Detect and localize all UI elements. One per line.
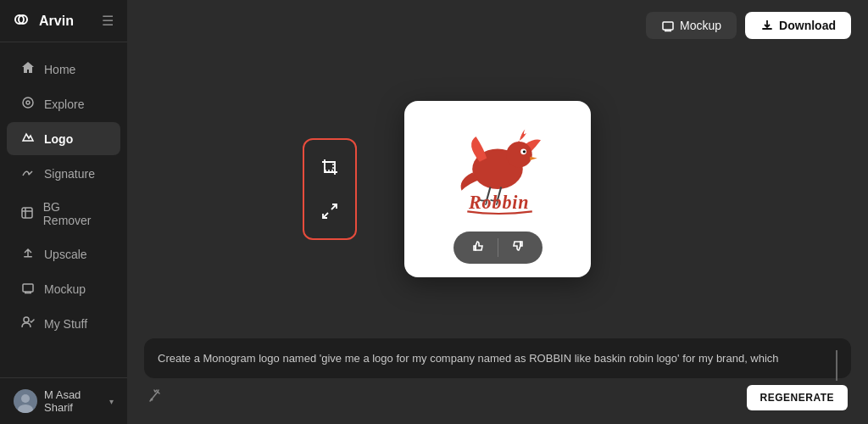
- sidebar-item-mockup[interactable]: Mockup: [7, 272, 120, 305]
- mockup-btn-icon: [661, 19, 675, 32]
- download-button[interactable]: Download: [745, 12, 851, 39]
- svg-point-5: [24, 317, 29, 322]
- svg-text:Robbin: Robbin: [468, 192, 529, 213]
- mockup-button-label: Mockup: [680, 19, 721, 32]
- sidebar-item-home[interactable]: Home: [7, 53, 120, 86]
- svg-point-0: [23, 98, 33, 108]
- signature-icon: [20, 165, 36, 181]
- sidebar-item-mockup-label: Mockup: [44, 282, 86, 296]
- feedback-divider: [498, 238, 498, 257]
- sidebar-item-upscale[interactable]: Upscale: [7, 237, 120, 271]
- sidebar-item-bg-remover-label: BG Remover: [43, 200, 107, 227]
- svg-point-1: [26, 101, 30, 104]
- prompt-area: Create a Monogram logo named 'give me a …: [127, 328, 868, 425]
- canvas-area: Robbin: [127, 51, 868, 328]
- sidebar-header: Arvin ☰: [0, 0, 127, 42]
- sidebar-nav: Home Explore Logo: [0, 42, 127, 377]
- logo-card: Robbin: [404, 101, 591, 277]
- sidebar-item-upscale-label: Upscale: [44, 248, 87, 261]
- app-name: Arvin: [39, 14, 74, 29]
- download-icon: [760, 19, 774, 32]
- crop-icon: [320, 158, 339, 176]
- sidebar-item-explore[interactable]: Explore: [7, 87, 120, 120]
- svg-rect-4: [23, 284, 33, 292]
- like-button[interactable]: [465, 237, 491, 259]
- feedback-bar: [453, 232, 542, 264]
- sidebar-item-signature[interactable]: Signature: [7, 157, 120, 190]
- sidebar-item-logo[interactable]: Logo: [7, 122, 120, 155]
- my-stuff-icon: [20, 315, 36, 332]
- explore-icon: [20, 96, 36, 112]
- svg-point-16: [523, 150, 526, 153]
- prompt-box[interactable]: Create a Monogram logo named 'give me a …: [144, 338, 851, 379]
- sidebar-item-signature-label: Signature: [44, 167, 95, 181]
- menu-icon[interactable]: ☰: [102, 13, 114, 29]
- svg-rect-2: [22, 208, 32, 218]
- prompt-actions: REGENERATE: [144, 385, 851, 410]
- user-profile[interactable]: M Asad Sharif ▾: [0, 377, 127, 424]
- mockup-button[interactable]: Mockup: [646, 12, 737, 39]
- logo-image: Robbin: [421, 118, 574, 220]
- robbin-svg: Robbin: [426, 122, 570, 216]
- sidebar-item-bg-remover[interactable]: BG Remover: [7, 192, 120, 236]
- sidebar-item-my-stuff-label: My Stuff: [44, 317, 87, 331]
- bg-remover-icon: [20, 206, 35, 222]
- sidebar-item-home-label: Home: [44, 63, 75, 76]
- sidebar-item-my-stuff[interactable]: My Stuff: [7, 307, 120, 340]
- toolbar-panel: [303, 138, 357, 240]
- avatar: [14, 389, 37, 413]
- main-content: Mockup Download: [127, 0, 868, 424]
- upscale-icon: [20, 246, 36, 262]
- svg-rect-3: [24, 256, 32, 258]
- sidebar: Arvin ☰ Home Explore: [0, 0, 127, 424]
- sidebar-item-logo-label: Logo: [44, 132, 73, 146]
- svg-rect-9: [663, 22, 673, 30]
- svg-point-20: [151, 399, 153, 401]
- sidebar-item-explore-label: Explore: [44, 98, 84, 111]
- app-logo-icon: [14, 12, 32, 30]
- expand-icon: [320, 202, 339, 220]
- mockup-icon: [20, 281, 36, 297]
- topbar: Mockup Download: [127, 0, 868, 51]
- thumbs-down-icon: [510, 238, 526, 254]
- prompt-text: Create a Monogram logo named 'give me a …: [158, 350, 837, 367]
- svg-point-7: [21, 394, 30, 403]
- regenerate-button[interactable]: REGENERATE: [747, 385, 848, 410]
- user-name: M Asad Sharif: [44, 388, 103, 414]
- crop-tool-button[interactable]: [311, 148, 348, 186]
- prompt-cursor: [836, 350, 837, 381]
- download-button-label: Download: [779, 19, 836, 32]
- regenerate-label: REGENERATE: [760, 392, 834, 404]
- logo-icon: [20, 131, 36, 147]
- magic-icon[interactable]: [147, 388, 163, 407]
- home-icon: [20, 61, 36, 77]
- chevron-down-icon: ▾: [109, 397, 114, 406]
- thumbs-up-icon: [470, 238, 486, 254]
- expand-tool-button[interactable]: [311, 192, 348, 230]
- dislike-button[interactable]: [505, 237, 531, 259]
- svg-rect-10: [325, 162, 333, 170]
- svg-point-14: [506, 142, 532, 168]
